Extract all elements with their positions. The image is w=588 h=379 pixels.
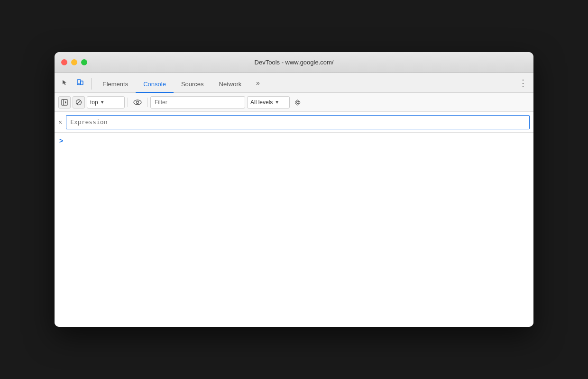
toolbar-divider-1 [128,98,128,107]
tab-network[interactable]: Network [211,76,249,93]
settings-button[interactable] [292,96,304,108]
tabs-divider [92,78,92,90]
tabs-left-icons [58,76,87,92]
close-button[interactable] [61,59,67,65]
console-content[interactable]: > [55,133,533,327]
svg-marker-5 [65,101,66,104]
watch-expressions-button[interactable] [131,96,144,109]
tabs-bar: Elements Console Sources Network » ⋮ [55,73,533,93]
level-value: All levels [250,99,273,106]
window-controls [61,59,87,65]
context-value: top [90,99,98,106]
svg-point-8 [134,100,141,105]
svg-line-7 [77,100,81,104]
show-sidebar-button[interactable] [58,96,71,108]
level-dropdown-arrow: ▼ [275,99,279,105]
device-toggle-icon[interactable] [74,76,87,90]
more-tabs-button[interactable]: » [251,76,264,92]
minimize-button[interactable] [71,59,77,65]
context-dropdown-arrow: ▼ [100,99,105,105]
svg-rect-1 [81,81,83,85]
svg-rect-3 [62,99,67,105]
title-bar: DevTools - www.google.com/ [55,52,533,73]
svg-point-9 [137,101,139,103]
tab-console[interactable]: Console [136,76,174,93]
log-level-selector[interactable]: All levels ▼ [247,96,290,108]
tab-elements[interactable]: Elements [95,76,136,93]
svg-point-10 [297,101,299,103]
inspect-icon[interactable] [58,76,72,90]
console-toolbar: top ▼ All levels ▼ [55,93,533,112]
console-chevron-icon: > [59,137,63,144]
window-title: DevTools - www.google.com/ [255,59,334,66]
expression-close-button[interactable]: × [58,118,62,126]
filter-input[interactable] [150,96,245,108]
clear-console-button[interactable] [73,96,85,108]
toolbar-divider-2 [147,98,147,107]
expression-input[interactable] [66,115,530,129]
devtools-window: DevTools - www.google.com/ [55,52,533,327]
tab-sources[interactable]: Sources [174,76,211,93]
maximize-button[interactable] [81,59,87,65]
devtools-menu-button[interactable]: ⋮ [516,76,530,92]
console-prompt-row: > [55,133,533,148]
expression-row: × [55,112,533,133]
context-selector[interactable]: top ▼ [87,96,125,108]
